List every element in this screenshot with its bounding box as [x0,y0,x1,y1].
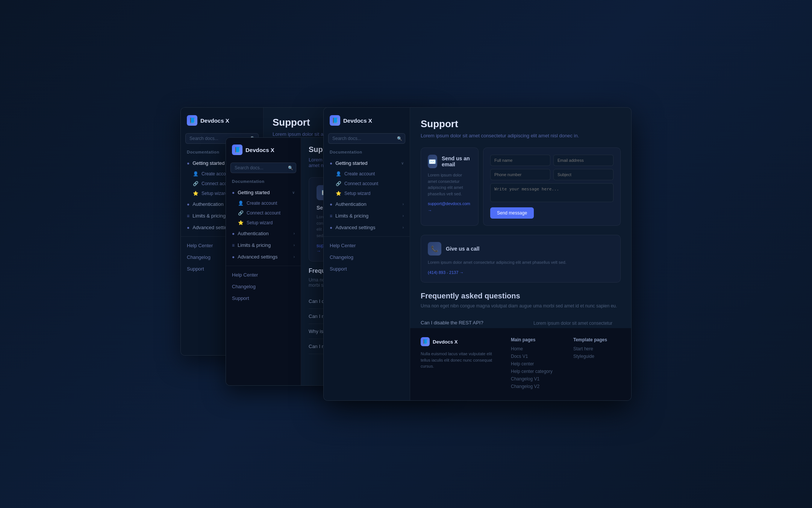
sub-setup-w3[interactable]: ⭐ Setup wizard [324,189,410,198]
nav-changelog-w3[interactable]: Changelog [324,251,410,263]
nav-limits-w3[interactable]: ≡ Limits & pricing › [324,210,410,222]
chevron-auth-w3: › [403,202,404,206]
sub-icon-create-w2: 👤 [238,201,244,206]
nav-changelog-w2[interactable]: Changelog [226,281,301,292]
search-container-w2[interactable]: 🔍 [230,163,296,173]
footer-link-starthere[interactable]: Start here [573,346,621,351]
footer-logo: 📘 Devdocs X [421,337,496,346]
nav-advanced-w3[interactable]: ● Advanced settings › [324,222,410,233]
label-auth-w2: Authentication [238,231,268,236]
w3-input-email[interactable] [553,155,614,166]
w3-card-email-header: ✉️ Send us an email [428,155,471,168]
footer-link-helpcategory[interactable]: Help center category [511,369,558,374]
w3-card-call-header: 📞 Give us a call [428,242,614,256]
w3-textarea-message[interactable] [490,183,614,202]
footer-link-helpcenter[interactable]: Help center [511,361,558,367]
nav-auth-w3[interactable]: ● Authentication › [324,198,410,210]
logo-icon-w2: 📘 [232,144,242,155]
divider-w3 [324,236,410,237]
logo-text-w2: Devdocs X [245,147,274,153]
nav-icon-advanced: ● [187,225,189,230]
w3-link-call[interactable]: (414) 893 - 2137 → [428,270,464,275]
logo-icon-w3: 📘 [330,115,340,126]
chevron-advanced-w3: › [403,225,404,230]
w3-support-cards: ✉️ Send us an email Lorem ipsum dolor am… [421,148,621,226]
w3-contact-form-right: Send message [483,148,621,226]
sub-label-create-w3: Create account [344,171,375,176]
w3-input-fullname[interactable] [490,155,550,166]
footer-brand: 📘 Devdocs X Nulla euismod lacus vitae vu… [421,337,496,391]
icon-advanced-w2: ● [232,254,235,260]
w3-link-email[interactable]: support@devdocs.com → [428,201,470,213]
window3-layout: 📘 Devdocs X 🔍 Documentation ● Getting st… [324,108,631,400]
content-window3: Support Lorem ipsum dolor sit amet conse… [410,108,631,328]
sub-label-connect-w3: Connect account [344,181,378,186]
nav-icon-auth: ● [187,202,189,207]
w3-title-email: Send us an email [442,155,471,167]
chevron-auth-w2: › [294,231,295,236]
search-input-w2[interactable] [230,163,296,173]
nav-support-w2[interactable]: Support [226,292,301,304]
w3-card-call: 📞 Give us a call Lorem ipsum dolor amet … [421,235,621,283]
logo-window1[interactable]: 📘 Devdocs X [181,115,263,133]
logo-window2[interactable]: 📘 Devdocs X [226,144,301,163]
nav-help-w2[interactable]: Help Center [226,269,301,281]
sub-label-create-w2: Create account [247,201,277,206]
logo-window3[interactable]: 📘 Devdocs X [324,115,410,133]
sub-setup-w2[interactable]: ⭐ Setup wizard [226,218,301,228]
footer-link-docs[interactable]: Docs V1 [511,354,558,359]
nav-icon-limits: ≡ [187,213,189,219]
search-container-w3[interactable]: 🔍 [328,133,405,144]
search-input-w3[interactable] [328,133,405,144]
footer-link-changelog1[interactable]: Changelog V1 [511,376,558,382]
footer-link-styleguide[interactable]: Styleguide [573,354,621,359]
w3-desc-email: Lorem ipsum dolor amet consectetur adipi… [428,172,471,197]
sub-icon-connect-w3: 🔗 [336,181,341,186]
section-label-w2: Documentation [226,179,301,187]
label-auth-w3: Authentication [335,201,366,207]
label-limits-w2: Limits & pricing [238,242,271,248]
w3-card-email: ✉️ Send us an email Lorem ipsum dolor am… [421,148,479,226]
footer-link-changelog2[interactable]: Changelog V2 [511,384,558,389]
divider-w2 [226,266,301,266]
footer-logo-text: Devdocs X [433,339,458,345]
icon-advanced-w3: ● [330,225,332,230]
nav-help-w3[interactable]: Help Center [324,240,410,251]
footer-link-home[interactable]: Home [511,346,558,351]
nav-auth-w2[interactable]: ● Authentication › [226,228,301,239]
sub-create-w2[interactable]: 👤 Create account [226,198,301,208]
sub-icon-connect: 🔗 [193,181,198,186]
nav-icon-getting-started: ● [187,161,189,166]
nav-getting-started-w3[interactable]: ● Getting started ∨ [324,157,410,169]
nav-getting-started-w2[interactable]: ● Getting started ∨ [226,187,301,198]
sidebar-window3: 📘 Devdocs X 🔍 Documentation ● Getting st… [324,108,410,400]
w3-input-subject[interactable] [553,169,614,180]
nav-advanced-w2[interactable]: ● Advanced settings › [226,251,301,263]
chevron-gs-w3: ∨ [401,161,404,165]
nav-label-auth: Authentication [192,201,223,207]
logo-text: Devdocs X [200,117,229,124]
chevron-limits-w2: › [294,243,295,247]
icon-getting-started-w2: ● [232,190,235,195]
sub-create-w3[interactable]: 👤 Create account [324,169,410,179]
footer-logo-icon: 📘 [421,337,430,346]
sub-connect-w2[interactable]: 🔗 Connect account [226,208,301,218]
nav-support-w3[interactable]: Support [324,263,410,275]
w3-faq-item-1[interactable]: Can I disable the REST API? Lorem ipsum … [421,315,621,329]
search-icon-w3: 🔍 [397,136,402,141]
w3-send-btn[interactable]: Send message [490,207,534,219]
footer-col-template: Template pages Start here Styleguide [573,337,621,391]
sub-icon-create: 👤 [193,171,198,176]
window3-right: Support Lorem ipsum dolor sit amet conse… [410,108,631,400]
w3-title-call: Give us a call [446,246,480,252]
sub-icon-connect-w2: 🔗 [238,210,244,216]
sub-icon-setup-w2: ⭐ [238,220,244,225]
chevron-limits-w3: › [403,214,404,218]
w3-faq-a1: Lorem ipsum dolor sit amet consectetur a… [533,320,621,329]
icon-limits-w2: ≡ [232,243,235,248]
w3-input-phone[interactable] [490,169,550,180]
nav-limits-w2[interactable]: ≡ Limits & pricing › [226,239,301,251]
sub-connect-w3[interactable]: 🔗 Connect account [324,179,410,189]
faq-subtitle-w3: Uma non eget nibn congue magna volutpat … [421,303,621,309]
w3-faq-q1: Can I disable the REST API? [421,320,526,329]
